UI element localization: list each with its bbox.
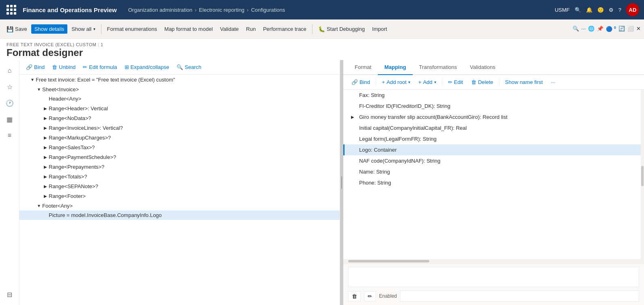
vertical-scrollbar[interactable] bbox=[641, 90, 644, 259]
app-grid-button[interactable] bbox=[5, 3, 18, 16]
enabled-input[interactable] bbox=[400, 290, 639, 302]
left-toolbar: 🔗 Bind 🗑 Unbind ✏ Edit formula ⊞ Expand/… bbox=[19, 60, 340, 75]
tree-item-range-sepanote[interactable]: ▶ Range<SEPANote>? bbox=[19, 181, 340, 191]
tree-item-range-nodata[interactable]: ▶ Range<NoData>? bbox=[19, 113, 340, 123]
data-item-phone[interactable]: Phone: String bbox=[343, 177, 641, 188]
smiley-icon[interactable]: 🙂 bbox=[597, 7, 604, 13]
help-icon[interactable]: ? bbox=[618, 7, 621, 13]
tree-item-range-salestax[interactable]: ▶ Range<SalesTax>? bbox=[19, 142, 340, 152]
save-button[interactable]: 💾 Save bbox=[3, 24, 30, 34]
expand-icon-footer[interactable]: ▼ bbox=[36, 202, 42, 209]
tree-item-range-paymentschedule[interactable]: ▶ Range<PaymentSchedule>? bbox=[19, 152, 340, 162]
unbind-button[interactable]: 🗑 Unbind bbox=[49, 62, 79, 72]
tree-item-header[interactable]: Header<Any> bbox=[19, 94, 340, 103]
data-item-giro[interactable]: ▶ Giro money transfer slip account(BankA… bbox=[343, 112, 641, 122]
show-details-button[interactable]: Show details bbox=[31, 24, 68, 34]
toolbar-refresh-icon[interactable]: 🔄 bbox=[618, 26, 625, 32]
sidebar-home-icon[interactable]: ⌂ bbox=[2, 63, 17, 78]
tab-transformations[interactable]: Transformations bbox=[413, 60, 463, 75]
tab-format[interactable]: Format bbox=[348, 60, 378, 75]
breadcrumb-org[interactable]: Organization administration bbox=[128, 7, 192, 13]
expand-icon-range-invoicelines[interactable]: ▶ bbox=[42, 125, 49, 131]
toolbar-pin-icon[interactable]: 📌 bbox=[597, 26, 603, 32]
edit-button-right[interactable]: ✏ Edit bbox=[445, 77, 466, 87]
toolbar-badge-icon[interactable]: 🔵 0 bbox=[606, 26, 616, 32]
expand-icon-sheet[interactable]: ▼ bbox=[36, 86, 42, 92]
data-item-name[interactable]: Name: String bbox=[343, 166, 641, 177]
expand-icon-range-footer[interactable]: ▶ bbox=[42, 193, 49, 199]
add-root-button[interactable]: + Add root ▾ bbox=[379, 77, 414, 87]
breadcrumb-configurations[interactable]: Configurations bbox=[251, 7, 285, 13]
horizontal-scroll[interactable] bbox=[343, 259, 644, 263]
tab-mapping[interactable]: Mapping bbox=[378, 60, 412, 75]
toolbar-popout-icon[interactable]: ⬜ bbox=[627, 26, 634, 32]
sidebar-recent-icon[interactable]: 🕐 bbox=[2, 96, 17, 110]
expand-icon-range-sepanote[interactable]: ▶ bbox=[42, 183, 49, 189]
data-item-ficreditor[interactable]: FI-Creditor ID(FICreditorID_DK): String bbox=[343, 101, 641, 112]
more-button-right[interactable]: ··· bbox=[548, 77, 559, 87]
tree-item-picture[interactable]: Picture = model.InvoiceBase.CompanyInfo.… bbox=[19, 210, 340, 220]
edit-formula-button-bottom[interactable]: ✏ bbox=[364, 291, 376, 301]
data-item-initialcapital[interactable]: Initial capital(CompanyInitialCapital_FR… bbox=[343, 122, 641, 133]
expand-icon-root[interactable]: ▼ bbox=[29, 76, 36, 83]
sidebar-star-icon[interactable]: ☆ bbox=[2, 79, 17, 94]
tab-validations[interactable]: Validations bbox=[463, 60, 502, 75]
delete-formula-button[interactable]: 🗑 bbox=[348, 291, 361, 301]
notification-icon[interactable]: 🔔 bbox=[586, 7, 592, 13]
map-format-to-model-button[interactable]: Map format to model bbox=[161, 24, 216, 34]
breadcrumb-er[interactable]: Electronic reporting bbox=[199, 7, 244, 13]
tree-item-range-prepayments[interactable]: ▶ Range<Prepayments>? bbox=[19, 162, 340, 172]
splitter[interactable] bbox=[340, 60, 343, 305]
run-button[interactable]: Run bbox=[243, 24, 259, 34]
expand-icon-range-paymentschedule[interactable]: ▶ bbox=[42, 154, 49, 160]
start-debugging-button[interactable]: 🐛 Start Debugging bbox=[315, 24, 368, 34]
data-item-logo[interactable]: Logo: Container bbox=[343, 144, 641, 155]
expand-icon-giro[interactable]: ▶ bbox=[351, 115, 358, 119]
performance-trace-button[interactable]: Performance trace bbox=[260, 24, 310, 34]
right-toolbar-sep-1 bbox=[376, 78, 376, 86]
expand-icon-range-markupcharges[interactable]: ▶ bbox=[42, 134, 49, 141]
expand-icon-range-prepayments[interactable]: ▶ bbox=[42, 163, 49, 170]
tree-item-range-footer[interactable]: ▶ Range<Footer> bbox=[19, 191, 340, 201]
avatar[interactable]: AD bbox=[626, 3, 639, 16]
bind-button-right[interactable]: 🔗 Bind bbox=[348, 77, 373, 87]
import-button[interactable]: Import bbox=[369, 24, 390, 34]
tree-item-range-totals[interactable]: ▶ Range<Totals>? bbox=[19, 172, 340, 181]
format-enumerations-button[interactable]: Format enumerations bbox=[104, 24, 161, 34]
tree-item-range-markupcharges[interactable]: ▶ Range<MarkupCharges>? bbox=[19, 133, 340, 142]
toolbar-globe-icon[interactable]: 🌐 bbox=[588, 26, 594, 32]
data-item-legalform[interactable]: Legal form(LegalFormFR): String bbox=[343, 133, 641, 144]
sidebar-filter-icon[interactable]: ⊟ bbox=[2, 287, 17, 302]
tree-item-sheet[interactable]: ▼ Sheet<Invoice> bbox=[19, 84, 340, 94]
delete-button-right[interactable]: 🗑 Delete bbox=[468, 77, 497, 87]
tree-item-range-header[interactable]: ▶ Range<Header>: Vertical bbox=[19, 103, 340, 113]
page-title: Format designer bbox=[6, 47, 638, 58]
edit-formula-button[interactable]: ✏ Edit formula bbox=[80, 62, 120, 72]
show-name-first-button[interactable]: Show name first bbox=[502, 77, 546, 87]
expand-icon-range-header[interactable]: ▶ bbox=[42, 105, 49, 112]
add-button-right[interactable]: + Add ▾ bbox=[415, 77, 439, 87]
expand-icon-range-salestax[interactable]: ▶ bbox=[42, 144, 49, 150]
data-item-fax[interactable]: Fax: String bbox=[343, 90, 641, 101]
expand-collapse-button[interactable]: ⊞ Expand/collapse bbox=[121, 62, 172, 72]
tree-item-sheet-label: Sheet<Invoice> bbox=[42, 86, 79, 92]
show-all-button[interactable]: Show all ▾ bbox=[68, 24, 98, 34]
formula-input[interactable] bbox=[348, 267, 639, 287]
toolbar-close-icon[interactable]: ✕ bbox=[636, 26, 641, 32]
search-button-left[interactable]: 🔍 Search bbox=[173, 62, 205, 72]
expand-icon-range-nodata[interactable]: ▶ bbox=[42, 115, 49, 121]
tree-item-footer[interactable]: ▼ Footer<Any> bbox=[19, 201, 340, 210]
search-icon[interactable]: 🔍 bbox=[575, 7, 581, 13]
data-item-nafcode[interactable]: NAF code(CompanyIdNAF): String bbox=[343, 155, 641, 166]
toolbar-search-icon[interactable]: 🔍 bbox=[573, 26, 579, 32]
sidebar-list-icon[interactable]: ≡ bbox=[2, 128, 17, 143]
sidebar-dashboard-icon[interactable]: ▦ bbox=[2, 112, 17, 127]
validate-button[interactable]: Validate bbox=[217, 24, 242, 34]
toolbar: 💾 Save Show details Show all ▾ Format en… bbox=[0, 19, 644, 39]
tree-item-root[interactable]: ▼ Free text invoice: Excel = "Free text … bbox=[19, 75, 340, 84]
settings-icon[interactable]: ⚙ bbox=[609, 7, 614, 13]
toolbar-more-icon[interactable]: ··· bbox=[582, 26, 586, 32]
tree-item-range-invoicelines[interactable]: ▶ Range<InvoiceLines>: Vertical? bbox=[19, 123, 340, 133]
expand-icon-range-totals[interactable]: ▶ bbox=[42, 173, 49, 180]
bind-button-left[interactable]: 🔗 Bind bbox=[23, 62, 48, 72]
